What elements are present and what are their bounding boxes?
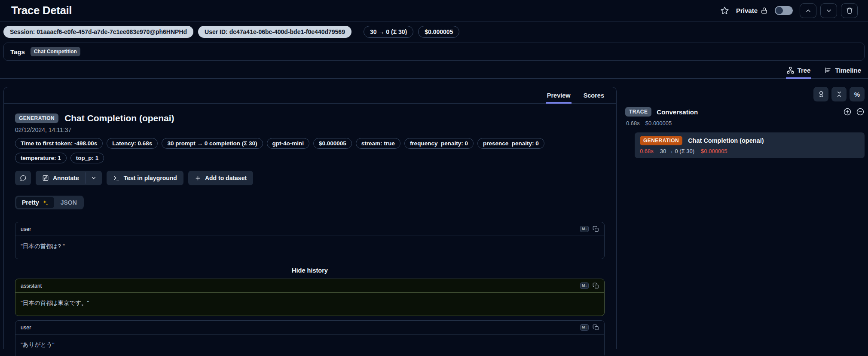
view-tabs: Tree Timeline	[0, 64, 868, 79]
generation-name: Chat Completion (openai)	[688, 137, 764, 144]
expand-all-icon[interactable]	[843, 107, 852, 116]
timeline-icon	[824, 67, 831, 74]
page-header: Trace Detail Private	[0, 0, 868, 21]
tree-icon	[787, 67, 794, 74]
message-role: assistant	[21, 283, 42, 289]
markdown-toggle-icon[interactable]: M↓	[580, 226, 589, 232]
observation-actions: Annotate Test in playground	[15, 171, 605, 185]
stat-badge: 30 prompt → 0 completion (Σ 30)	[162, 138, 263, 149]
observation-title: Chat Completion (openai)	[64, 113, 174, 123]
format-pretty-segment[interactable]: Pretty	[16, 197, 54, 208]
star-icon[interactable]	[720, 6, 729, 15]
markdown-toggle-icon[interactable]: M↓	[580, 282, 589, 289]
observation-card: Preview Scores GENERATION Chat Completio…	[3, 87, 617, 349]
markdown-toggle-icon[interactable]: M↓	[580, 324, 589, 331]
message-header-icons: M↓	[580, 226, 599, 232]
message-user-2: user M↓ "ありがとう"	[15, 320, 605, 356]
prev-trace-button[interactable]	[800, 3, 816, 18]
tag-chip[interactable]: Chat Competition	[31, 47, 80, 56]
stat-badge: temperature: 1	[15, 153, 67, 163]
annotate-label: Annotate	[53, 175, 79, 181]
tree-controls: %	[625, 87, 865, 101]
session-badge[interactable]: Session: 01aaacf6-e0fe-457d-a7de-7c1ee08…	[3, 26, 193, 38]
plus-icon	[195, 175, 201, 181]
message-header-icons: M↓	[580, 282, 599, 289]
privacy-status: Private	[736, 7, 768, 14]
format-json-segment[interactable]: JSON	[55, 197, 83, 208]
trace-name: Conversation	[657, 108, 698, 116]
message-user-1: user M↓ "日本の首都は? "	[15, 222, 605, 259]
observation-body: GENERATION Chat Completion (openai) 02/1…	[4, 104, 616, 356]
delete-trace-button[interactable]	[841, 3, 858, 18]
copy-icon[interactable]	[593, 324, 599, 331]
page-title: Trace Detail	[11, 4, 72, 17]
generation-cost: $0.000005	[701, 148, 727, 154]
generation-tree-item[interactable]: GENERATION Chat Completion (openai) 0.68…	[635, 132, 865, 158]
toggle-knob	[776, 7, 783, 14]
hide-history-toggle[interactable]: Hide history	[15, 267, 605, 274]
sparkles-icon	[42, 199, 49, 206]
copy-icon[interactable]	[593, 226, 599, 232]
trace-root-row[interactable]: TRACE Conversation	[625, 107, 865, 117]
generation-tokens: 30 → 0 (Σ 30)	[660, 148, 694, 154]
collapse-all-button[interactable]	[831, 87, 847, 101]
generation-latency: 0.68s	[640, 148, 654, 154]
stat-badge: presence_penalty: 0	[477, 138, 544, 149]
tab-tree[interactable]: Tree	[786, 64, 812, 79]
collapse-all-icon[interactable]	[856, 107, 865, 116]
copy-icon[interactable]	[593, 282, 599, 289]
trace-nav-buttons	[800, 3, 858, 18]
tree-indent-line	[628, 132, 635, 158]
stat-badge: $0.000005	[313, 138, 352, 149]
message-header: user M↓	[15, 222, 604, 236]
tab-preview[interactable]: Preview	[546, 87, 572, 104]
privacy-label: Private	[736, 7, 758, 14]
collapse-icon	[836, 91, 843, 98]
panel-tabs: Preview Scores	[4, 87, 616, 104]
message-role: user	[21, 325, 31, 331]
test-in-playground-button[interactable]: Test in playground	[107, 171, 183, 185]
tab-timeline[interactable]: Timeline	[823, 64, 862, 79]
format-pretty-label: Pretty	[22, 199, 39, 206]
message-header-icons: M↓	[580, 324, 599, 331]
public-toggle[interactable]	[775, 6, 793, 15]
message-content: "ありがとう"	[15, 335, 604, 356]
stat-badge: Time to first token: -498.00s	[15, 138, 103, 149]
annotate-button[interactable]: Annotate	[36, 171, 86, 185]
generation-item-title-row: GENERATION Chat Completion (openai)	[640, 136, 859, 145]
observation-timestamp: 02/12/2024, 14:11:37	[15, 126, 605, 133]
lock-icon	[761, 7, 768, 14]
main-content: Preview Scores GENERATION Chat Completio…	[0, 87, 868, 349]
token-usage-badge: 30 → 0 (Σ 30)	[364, 26, 413, 38]
tab-scores[interactable]: Scores	[583, 87, 605, 104]
trace-metrics: 0.68s $0.000005	[625, 120, 865, 126]
stat-badge: Latency: 0.68s	[107, 138, 158, 149]
header-actions: Private	[720, 3, 858, 18]
stat-badge: frequency_penalty: 0	[404, 138, 474, 149]
observation-title-row: GENERATION Chat Completion (openai)	[15, 113, 605, 123]
metrics-toggle-button[interactable]: %	[850, 87, 865, 101]
trace-tree-panel: % TRACE Conversation 0.68s	[625, 87, 865, 158]
tab-tree-label: Tree	[798, 67, 811, 74]
tags-label: Tags	[10, 48, 25, 55]
award-icon	[818, 91, 825, 98]
add-to-dataset-label: Add to dataset	[205, 175, 247, 181]
annotate-dropdown-button[interactable]	[86, 171, 102, 185]
message-assistant: assistant M↓ "日本の首都は東京です。"	[15, 279, 605, 316]
stat-badge: stream: true	[356, 138, 400, 149]
edit-icon	[42, 175, 49, 181]
terminal-icon	[113, 175, 120, 181]
scores-toggle-button[interactable]	[813, 87, 828, 101]
trace-type-badge: TRACE	[625, 107, 651, 117]
playground-label: Test in playground	[124, 175, 177, 181]
add-to-dataset-button[interactable]: Add to dataset	[188, 171, 253, 185]
comment-button[interactable]	[15, 171, 31, 185]
tree-expand-buttons	[843, 107, 865, 116]
message-role: user	[21, 226, 31, 232]
generation-type-badge: GENERATION	[15, 114, 58, 123]
tags-container: Tags Chat Competition	[3, 43, 865, 61]
meta-badges-row: Session: 01aaacf6-e0fe-457d-a7de-7c1ee08…	[0, 21, 868, 43]
next-trace-button[interactable]	[820, 3, 837, 18]
message-header: assistant M↓	[15, 279, 604, 293]
user-id-badge[interactable]: User ID: dc47a41e-06bc-400d-bde1-f0e440d…	[198, 26, 351, 38]
